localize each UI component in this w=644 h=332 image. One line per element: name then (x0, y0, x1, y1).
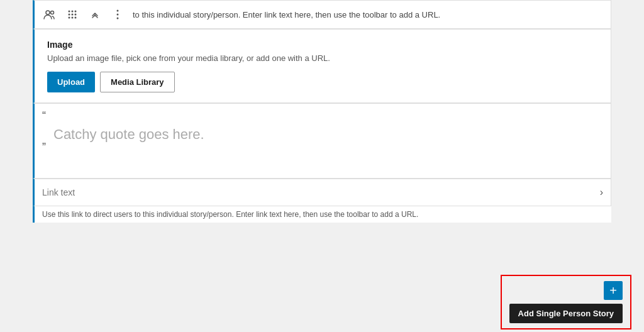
toolbar-link-text: to this individual story/person. Enter l… (133, 10, 440, 19)
add-single-person-story-tooltip: Add Single Person Story (509, 304, 623, 323)
open-quote-mark: “ (42, 110, 46, 121)
svg-point-10 (75, 17, 77, 19)
image-block: Image Upload an image file, pick one fro… (33, 29, 611, 103)
link-help-text: Use this link to direct users to this in… (33, 206, 611, 223)
image-block-desc: Upload an image file, pick one from your… (47, 53, 598, 63)
people-icon-btn[interactable] (40, 4, 60, 25)
svg-point-9 (72, 17, 74, 19)
link-block: › (33, 179, 611, 206)
close-quote-mark: ” (42, 141, 46, 153)
svg-point-11 (117, 10, 119, 12)
plus-icon: + (609, 284, 617, 297)
svg-point-12 (117, 14, 119, 16)
svg-point-3 (72, 11, 74, 13)
toolbar-icons (40, 4, 128, 25)
svg-point-0 (46, 11, 50, 14)
more-icon-btn[interactable] (108, 4, 128, 25)
svg-point-2 (69, 11, 70, 13)
link-arrow-icon[interactable]: › (600, 187, 603, 198)
quote-placeholder[interactable]: Catchy quote goes here. (53, 126, 598, 143)
add-highlight-box: + Add Single Person Story (501, 275, 631, 329)
grid-icon-btn[interactable] (62, 4, 82, 25)
quote-block: “ Catchy quote goes here. ” (33, 103, 611, 179)
toolbar-strip: to this individual story/person. Enter l… (33, 0, 611, 29)
add-single-person-story-plus-button[interactable]: + (604, 281, 623, 300)
image-block-title: Image (47, 40, 598, 50)
svg-point-4 (75, 11, 77, 13)
svg-point-5 (69, 14, 70, 16)
image-block-buttons: Upload Media Library (47, 72, 598, 92)
main-container: to this individual story/person. Enter l… (0, 0, 644, 332)
svg-point-1 (51, 11, 54, 14)
svg-point-13 (117, 18, 119, 19)
svg-point-6 (72, 14, 74, 16)
media-library-button[interactable]: Media Library (100, 72, 175, 92)
link-text-input[interactable] (42, 187, 600, 197)
chevron-icon-btn[interactable] (85, 4, 105, 25)
svg-point-8 (69, 17, 70, 19)
upload-button[interactable]: Upload (47, 72, 95, 92)
svg-point-7 (75, 14, 77, 16)
